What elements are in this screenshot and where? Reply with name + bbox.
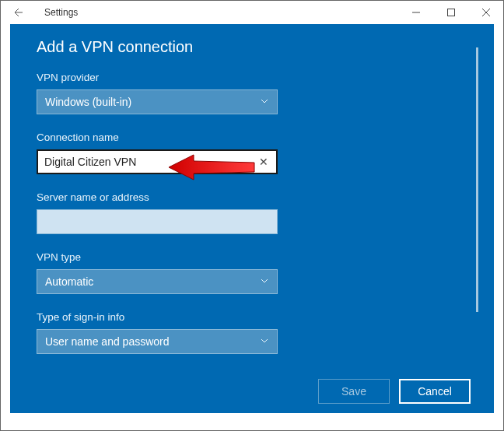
clear-icon[interactable]: ✕ — [256, 156, 271, 168]
connection-name-field[interactable]: ✕ — [37, 149, 278, 174]
signin-label: Type of sign-in info — [37, 311, 467, 323]
dialog-heading: Add a VPN connection — [37, 38, 467, 56]
vpn-provider-select[interactable]: Windows (built-in) — [37, 89, 278, 114]
chevron-down-icon — [260, 96, 269, 108]
signin-value: User name and password — [45, 335, 170, 348]
vpn-type-label: VPN type — [37, 251, 467, 263]
vpn-type-value: Automatic — [45, 275, 93, 288]
svg-rect-1 — [447, 9, 454, 16]
chevron-down-icon — [260, 335, 269, 348]
signin-select[interactable]: User name and password — [37, 329, 278, 354]
close-button[interactable] — [468, 1, 503, 24]
window-title: Settings — [44, 7, 398, 18]
cancel-button[interactable]: Cancel — [399, 379, 471, 404]
back-button[interactable] — [7, 1, 30, 24]
page-background — [1, 413, 503, 430]
server-label: Server name or address — [37, 191, 467, 203]
vpn-type-select[interactable]: Automatic — [37, 269, 278, 294]
connection-name-input[interactable] — [44, 156, 256, 168]
vpn-provider-value: Windows (built-in) — [45, 96, 131, 108]
vpn-provider-label: VPN provider — [37, 72, 467, 83]
maximize-button[interactable] — [433, 1, 468, 24]
minimize-button[interactable] — [398, 1, 433, 24]
vpn-dialog: Add a VPN connection VPN provider Window… — [10, 24, 494, 413]
chevron-down-icon — [260, 275, 269, 288]
titlebar: Settings — [1, 1, 503, 24]
server-input[interactable] — [37, 209, 278, 234]
save-button[interactable]: Save — [318, 379, 390, 404]
scrollbar[interactable] — [476, 47, 478, 312]
dialog-footer: Save Cancel — [10, 370, 494, 413]
connection-name-label: Connection name — [37, 131, 467, 143]
